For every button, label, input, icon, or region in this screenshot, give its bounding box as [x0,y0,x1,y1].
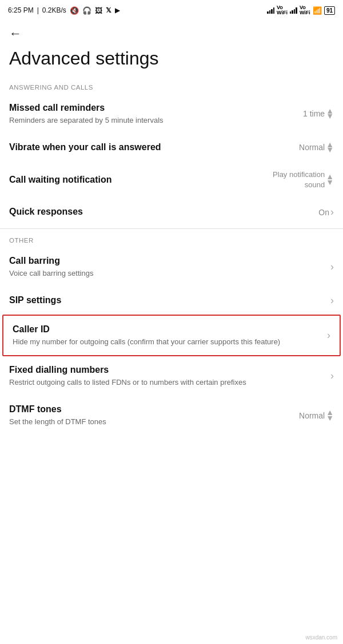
mute-icon: 🔇 [70,6,79,15]
setting-call-waiting[interactable]: Call waiting notification Play notificat… [0,162,343,198]
setting-text-sip: SIP settings [9,295,330,307]
section-other: OTHER Call barring Voice call barring se… [0,231,343,435]
status-right: VoWiFi VoWiFi 📶 91 [267,5,335,15]
setting-text-call-waiting: Call waiting notification [9,174,273,186]
setting-dtmf-tones[interactable]: DTMF tones Set the length of DTMF tones … [0,396,343,435]
twitter-icon: 𝕏 [106,6,111,14]
setting-text-dtmf: DTMF tones Set the length of DTMF tones [9,404,299,427]
page-title: Advanced settings [0,43,343,78]
call-waiting-title: Call waiting notification [9,174,267,186]
setting-text-missed-call: Missed call reminders Reminders are sepa… [9,102,303,126]
data-speed-value: 0.2KB/s [42,6,66,14]
screenshot-icon: 🖼 [95,6,102,15]
watermark: wsxdan.com [305,634,337,641]
setting-missed-call-reminders[interactable]: Missed call reminders Reminders are sepa… [0,94,343,134]
sip-title: SIP settings [9,295,325,307]
setting-text-quick-responses: Quick responses [9,206,318,218]
chevron-right-sip: › [330,295,334,307]
chevron-right-call-barring: › [330,261,334,273]
chevron-right-caller-id: › [327,329,330,341]
chevron-updown-vibrate: ▲ ▼ [326,142,334,154]
back-button-row: ← [0,21,343,43]
vibrate-call-value: Normal ▲ ▼ [299,142,334,154]
fixed-dialling-subtitle: Restrict outgoing calls to listed FDNs o… [9,377,325,388]
setting-vibrate-call[interactable]: Vibrate when your call is answered Norma… [0,134,343,162]
quick-responses-title: Quick responses [9,206,313,218]
headphone-icon: 🎧 [82,6,91,15]
setting-quick-responses[interactable]: Quick responses On › [0,198,343,226]
setting-text-vibrate: Vibrate when your call is answered [9,142,299,154]
back-button[interactable]: ← [9,26,22,41]
missed-call-title: Missed call reminders [9,102,297,114]
vibrate-call-title: Vibrate when your call is answered [9,142,293,154]
section-header-answering: ANSWERING AND CALLS [0,78,343,94]
battery-icon: 91 [324,6,335,15]
signal-bars [267,7,274,14]
chevron-updown-call-waiting: ▲ ▼ [326,174,334,186]
section-answering-calls: ANSWERING AND CALLS Missed call reminder… [0,78,343,226]
wifi-icon: 📶 [313,6,322,15]
missed-call-value: 1 time ▲ ▼ [303,108,334,120]
call-barring-subtitle: Voice call barring settings [9,268,325,279]
chevron-right-fixed-dialling: › [330,370,334,382]
chevron-updown-missed-call: ▲ ▼ [326,108,334,120]
setting-caller-id[interactable]: Caller ID Hide my number for outgoing ca… [2,315,341,356]
setting-text-caller-id: Caller ID Hide my number for outgoing ca… [13,324,327,347]
vo-wifi-label-2: VoWiFi [300,5,310,15]
youtube-icon: ▶ [115,6,120,14]
quick-responses-value: On › [318,206,334,218]
chevron-updown-dtmf: ▲ ▼ [326,410,334,421]
call-barring-title: Call barring [9,255,325,267]
signal-bars-2 [290,7,297,14]
vo-wifi-label: VoWiFi [277,5,288,15]
fixed-dialling-title: Fixed dialling numbers [9,364,325,376]
setting-text-fixed-dialling: Fixed dialling numbers Restrict outgoing… [9,364,330,388]
missed-call-subtitle: Reminders are separated by 5 minute inte… [9,115,297,126]
dtmf-value: Normal ▲ ▼ [299,410,334,421]
setting-fixed-dialling[interactable]: Fixed dialling numbers Restrict outgoing… [0,356,343,396]
chevron-right-quick-responses: › [330,206,334,218]
setting-text-call-barring: Call barring Voice call barring settings [9,255,330,279]
data-speed: | [37,6,39,14]
time: 6:25 PM [8,6,34,14]
dtmf-subtitle: Set the length of DTMF tones [9,417,293,427]
setting-call-barring[interactable]: Call barring Voice call barring settings… [0,247,343,287]
section-divider [0,228,343,229]
caller-id-subtitle: Hide my number for outgoing calls (confi… [13,337,321,347]
status-left: 6:25 PM | 0.2KB/s 🔇 🎧 🖼 𝕏 ▶ [8,6,120,15]
status-bar: 6:25 PM | 0.2KB/s 🔇 🎧 🖼 𝕏 ▶ VoWiFi VoWiF… [0,0,343,21]
call-waiting-value: Play notification sound ▲ ▼ [273,170,334,190]
dtmf-title: DTMF tones [9,404,293,416]
section-header-other: OTHER [0,231,343,247]
setting-sip[interactable]: SIP settings › [0,287,343,315]
caller-id-title: Caller ID [13,324,321,336]
